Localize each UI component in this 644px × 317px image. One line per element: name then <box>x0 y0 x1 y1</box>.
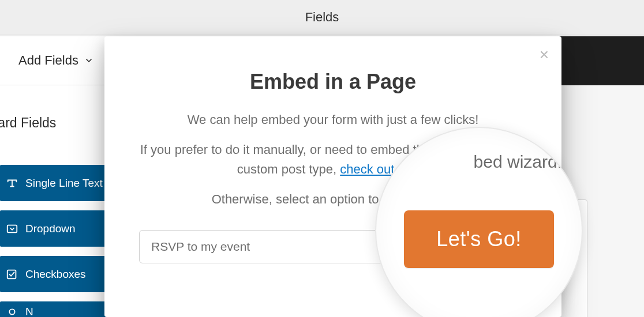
lets-go-button-zoomed[interactable]: Let's Go! <box>404 210 554 268</box>
close-icon[interactable]: × <box>540 47 549 63</box>
magnifier-text-fragment: bed wizard. <box>474 152 562 172</box>
modal-title: Embed in a Page <box>139 70 527 94</box>
page-name-input[interactable] <box>139 230 413 263</box>
